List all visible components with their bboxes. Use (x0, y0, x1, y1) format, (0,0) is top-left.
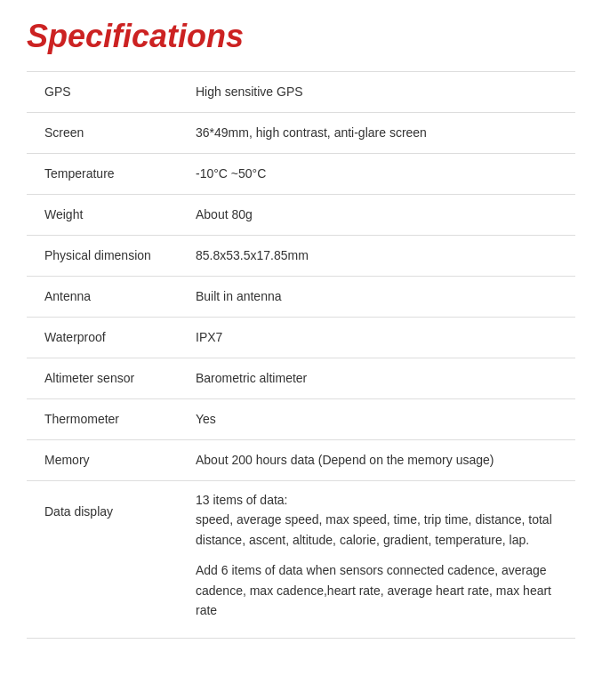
spec-value: 85.8x53.5x17.85mm (187, 236, 575, 277)
page-title: Specifications (27, 18, 575, 55)
table-row: GPS High sensitive GPS (27, 72, 575, 113)
table-row: Screen 36*49mm, high contrast, anti-glar… (27, 113, 575, 154)
table-row: Temperature -10°C ~50°C (27, 154, 575, 195)
spec-label: Temperature (27, 154, 187, 195)
table-row: Waterproof IPX7 (27, 318, 575, 358)
page-container: Specifications GPS High sensitive GPS Sc… (0, 0, 602, 665)
table-row: Weight About 80g (27, 195, 575, 236)
table-row: Antenna Built in antenna (27, 277, 575, 318)
table-row: Thermometer Yes (27, 399, 575, 440)
table-row-data-display: Data display 13 items of data: speed, av… (27, 481, 575, 639)
data-display-line2: Add 6 items of data when sensors connect… (196, 560, 566, 620)
table-row: Altimeter sensor Barometric altimeter (27, 358, 575, 399)
spec-label: Physical dimension (27, 236, 187, 277)
spec-value: Barometric altimeter (187, 358, 575, 399)
spec-label: Waterproof (27, 318, 187, 358)
table-row: Memory About 200 hours data (Depend on t… (27, 440, 575, 481)
spec-label: Weight (27, 195, 187, 236)
table-row: Physical dimension 85.8x53.5x17.85mm (27, 236, 575, 277)
spec-value: Yes (187, 399, 575, 440)
spec-label: Memory (27, 440, 187, 481)
spec-label: Thermometer (27, 399, 187, 440)
data-display-line1: 13 items of data: speed, average speed, … (196, 490, 566, 550)
spec-value: About 80g (187, 195, 575, 236)
spec-value: 13 items of data: speed, average speed, … (187, 481, 575, 639)
spec-value: About 200 hours data (Depend on the memo… (187, 440, 575, 481)
spec-label: Data display (27, 481, 187, 639)
spec-value: -10°C ~50°C (187, 154, 575, 195)
spec-value: High sensitive GPS (187, 72, 575, 113)
spec-value: IPX7 (187, 318, 575, 358)
spec-label: Antenna (27, 277, 187, 318)
spec-label: Altimeter sensor (27, 358, 187, 399)
spec-value: 36*49mm, high contrast, anti-glare scree… (187, 113, 575, 154)
spec-label: GPS (27, 72, 187, 113)
spec-value: Built in antenna (187, 277, 575, 318)
spec-label: Screen (27, 113, 187, 154)
specs-table: GPS High sensitive GPS Screen 36*49mm, h… (27, 71, 575, 639)
